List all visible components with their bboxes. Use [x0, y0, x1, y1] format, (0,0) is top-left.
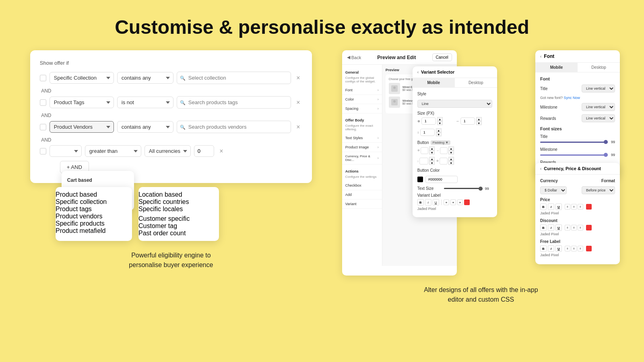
free-align-left[interactable]: ≡	[565, 246, 570, 251]
cancel-button[interactable]: Cancel	[432, 53, 452, 61]
remove-row-3[interactable]: ×	[294, 123, 302, 131]
vs-style-select[interactable]: Line	[417, 100, 492, 108]
price-bold[interactable]: B	[540, 204, 547, 210]
customer-item-1[interactable]: Customer tag	[138, 222, 219, 230]
cp-price-color[interactable]	[586, 204, 592, 210]
pad-3-down[interactable]: ▼	[429, 161, 435, 165]
pad-1-up[interactable]: ▲	[429, 146, 435, 150]
discount-underline[interactable]: U	[555, 224, 562, 231]
free-underline[interactable]: U	[555, 245, 562, 252]
vs-tab-mobile[interactable]: Mobile	[413, 78, 455, 87]
product-item-1[interactable]: Specific collection	[56, 198, 132, 206]
vs-color-input[interactable]	[425, 176, 458, 183]
pad-4-up[interactable]: ▲	[448, 157, 454, 161]
search-input-3[interactable]	[177, 121, 291, 133]
vs-size-d-down[interactable]: ▼	[436, 132, 442, 136]
free-italic[interactable]: i	[548, 245, 554, 252]
price-align-left[interactable]: ≡	[565, 204, 570, 210]
align-right-btn[interactable]: ≡	[457, 200, 463, 205]
italic-btn[interactable]: i	[425, 199, 431, 206]
rule-checkbox-2[interactable]	[40, 99, 46, 106]
vs-label-color[interactable]	[464, 200, 470, 205]
location-item-2[interactable]: Specific locales	[138, 206, 219, 213]
pad-1-down[interactable]: ▼	[429, 150, 435, 154]
pad-2[interactable]	[440, 147, 448, 154]
discount-italic[interactable]: i	[548, 224, 554, 231]
product-item-3[interactable]: Product vendors	[56, 213, 132, 220]
vs-size-w-down[interactable]: ▼	[437, 121, 443, 125]
nav-checkbox[interactable]: Checkbox	[342, 181, 382, 190]
price-align-right[interactable]: ≡	[578, 204, 583, 210]
type-select-4[interactable]	[50, 145, 82, 157]
pad-3-up[interactable]: ▲	[429, 157, 435, 161]
currency-select[interactable]: All currencies	[144, 145, 191, 157]
fp-title-size-slider[interactable]	[540, 142, 608, 143]
vs-size-h-down[interactable]: ▼	[476, 121, 482, 125]
price-align-center[interactable]: ≡	[571, 204, 577, 210]
product-item-5[interactable]: Product metafield	[56, 227, 132, 234]
pad-4[interactable]	[440, 158, 448, 165]
product-item-4[interactable]: Specific products	[56, 220, 132, 227]
vs-text-size-slider[interactable]	[444, 188, 483, 189]
free-bold[interactable]: B	[540, 245, 547, 252]
discount-align-center[interactable]: ≡	[571, 225, 577, 230]
search-input-2[interactable]	[177, 96, 291, 109]
rule-checkbox-4[interactable]	[40, 148, 46, 154]
customer-item-2[interactable]: Past order count	[138, 230, 219, 237]
price-italic[interactable]: i	[548, 204, 554, 210]
discount-align-right[interactable]: ≡	[578, 225, 583, 230]
back-link[interactable]: ◀ Back	[347, 55, 361, 60]
discount-align-left[interactable]: ≡	[565, 225, 570, 230]
fp-rewards-select[interactable]: Line vertical	[582, 114, 615, 122]
vs-padding-badge[interactable]: Padding ▼	[431, 140, 451, 145]
free-align-center[interactable]: ≡	[571, 246, 577, 251]
align-left-btn[interactable]: ≡	[444, 200, 449, 205]
align-center-btn[interactable]: ≡	[450, 200, 456, 205]
vs-size-d-up[interactable]: ▲	[436, 128, 442, 132]
nav-variant[interactable]: Variant	[342, 200, 382, 209]
pad-2-down[interactable]: ▼	[448, 150, 454, 154]
condition-select-4[interactable]: greater than	[85, 145, 141, 157]
nav-product-image[interactable]: Product Image ›	[342, 143, 382, 152]
remove-row-2[interactable]: ×	[294, 99, 302, 107]
cp-discount-color[interactable]	[586, 225, 592, 230]
sync-link[interactable]: Sync Now	[564, 96, 580, 100]
nav-font[interactable]: Font ›	[342, 86, 382, 95]
pad-2-up[interactable]: ▲	[448, 146, 454, 150]
type-select-3[interactable]: Product Vendors	[50, 121, 114, 133]
free-align-right[interactable]: ≡	[578, 246, 583, 251]
vs-size-h-up[interactable]: ▲	[476, 117, 482, 121]
product-item-2[interactable]: Product tags	[56, 206, 132, 213]
nav-color[interactable]: Color ›	[342, 95, 382, 104]
pad-4-down[interactable]: ▼	[448, 161, 454, 165]
nav-currency[interactable]: Currency, Price & Disc... ›	[342, 152, 382, 165]
fp-milestone-select[interactable]: Line vertical	[582, 103, 615, 111]
fp-tab-desktop[interactable]: Desktop	[578, 63, 620, 72]
type-select-1[interactable]: Specific Collection	[50, 72, 114, 84]
type-select-2[interactable]: Product Tags	[50, 97, 114, 108]
condition-select-3[interactable]: contains any	[117, 121, 173, 133]
search-input-1[interactable]	[177, 72, 291, 84]
nav-text-styles[interactable]: Text Styles ›	[342, 134, 382, 143]
number-input[interactable]	[194, 145, 214, 157]
vs-size-h[interactable]	[460, 117, 475, 125]
vs-tab-desktop[interactable]: Desktop	[455, 78, 497, 87]
cp-format-select[interactable]: Before price	[582, 186, 615, 194]
vs-size-d[interactable]	[420, 129, 435, 136]
vs-size-w-up[interactable]: ▲	[437, 117, 443, 121]
location-item-1[interactable]: Specific countries	[138, 198, 219, 206]
fp-tab-mobile[interactable]: Mobile	[535, 63, 578, 72]
underline-btn[interactable]: U	[433, 199, 439, 206]
vs-size-w[interactable]	[421, 117, 436, 125]
nav-add[interactable]: Add	[342, 190, 382, 200]
nav-spacing[interactable]: Spacing ›	[342, 104, 382, 113]
discount-bold[interactable]: B	[540, 224, 547, 231]
fp-title-select[interactable]: Line vertical	[582, 84, 615, 93]
rule-checkbox-3[interactable]	[40, 124, 46, 130]
condition-select-1[interactable]: contains any	[117, 72, 173, 84]
condition-select-2[interactable]: is not	[117, 97, 173, 108]
remove-row-1[interactable]: ×	[294, 74, 302, 82]
cp-free-color[interactable]	[586, 246, 592, 251]
pad-1[interactable]	[421, 147, 429, 154]
pad-3[interactable]	[419, 158, 428, 165]
